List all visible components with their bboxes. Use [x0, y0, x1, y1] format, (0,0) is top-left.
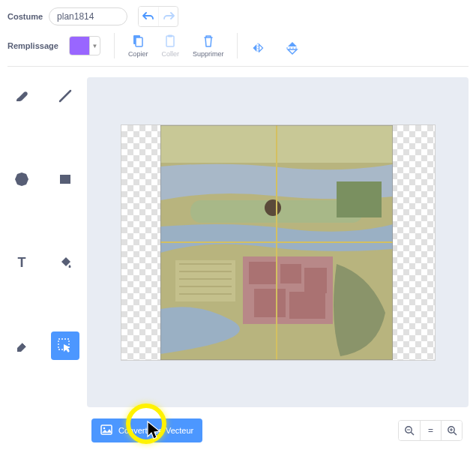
fill-color-picker[interactable]: ▼ — [69, 36, 100, 56]
svg-rect-19 — [289, 292, 325, 319]
svg-rect-31 — [101, 425, 112, 434]
chevron-down-icon: ▼ — [89, 37, 100, 55]
svg-rect-1 — [136, 38, 142, 46]
svg-rect-20 — [175, 260, 235, 302]
svg-marker-7 — [15, 172, 28, 186]
costume-name-input[interactable] — [49, 8, 127, 26]
svg-text:T: T — [18, 255, 26, 270]
zoom-in-button[interactable] — [441, 421, 462, 440]
brush-tool[interactable] — [7, 82, 36, 110]
canvas-checkerboard — [121, 124, 436, 361]
fill-label: Remplissage — [7, 41, 58, 50]
text-tool[interactable]: T — [7, 248, 36, 277]
rect-tool[interactable] — [51, 165, 79, 194]
svg-rect-3 — [168, 34, 172, 37]
tool-palette: T — [7, 77, 79, 407]
zoom-controls: = — [398, 420, 463, 441]
svg-rect-8 — [60, 175, 70, 184]
line-tool[interactable] — [51, 82, 79, 110]
svg-point-27 — [265, 200, 281, 216]
svg-line-37 — [454, 432, 457, 435]
costume-label: Costume — [7, 12, 43, 21]
circle-tool[interactable] — [7, 165, 36, 194]
svg-rect-2 — [166, 36, 174, 46]
copy-icon — [131, 34, 145, 48]
image-icon — [100, 424, 112, 436]
zoom-reset-button[interactable]: = — [420, 421, 441, 440]
svg-rect-26 — [337, 182, 382, 218]
paste-button: Coller — [161, 34, 179, 58]
flip-horizontal-icon — [251, 41, 265, 55]
svg-rect-17 — [304, 268, 327, 293]
flip-horizontal-button[interactable] — [251, 37, 265, 55]
svg-rect-18 — [254, 289, 286, 317]
canvas-area[interactable] — [87, 77, 469, 407]
select-tool[interactable] — [51, 332, 79, 360]
undo-button[interactable] — [139, 7, 158, 26]
fill-color-swatch — [70, 37, 89, 55]
flip-vertical-button[interactable] — [286, 37, 299, 55]
paste-icon — [163, 34, 177, 48]
flip-vertical-icon — [286, 41, 299, 55]
trash-icon — [202, 34, 215, 48]
svg-point-32 — [103, 428, 106, 430]
delete-button[interactable]: Supprimer — [193, 34, 224, 58]
eraser-tool[interactable] — [7, 332, 36, 360]
convert-to-vector-button[interactable]: Convertir en Vecteur — [91, 418, 202, 442]
svg-rect-16 — [280, 264, 301, 284]
copy-button[interactable]: Copier — [128, 34, 148, 58]
svg-line-6 — [60, 91, 70, 101]
fill-tool[interactable] — [51, 248, 79, 277]
zoom-out-button[interactable] — [399, 421, 420, 440]
redo-button[interactable] — [158, 7, 178, 26]
costume-image[interactable] — [160, 125, 393, 360]
svg-line-34 — [411, 432, 414, 435]
svg-rect-15 — [249, 262, 276, 284]
